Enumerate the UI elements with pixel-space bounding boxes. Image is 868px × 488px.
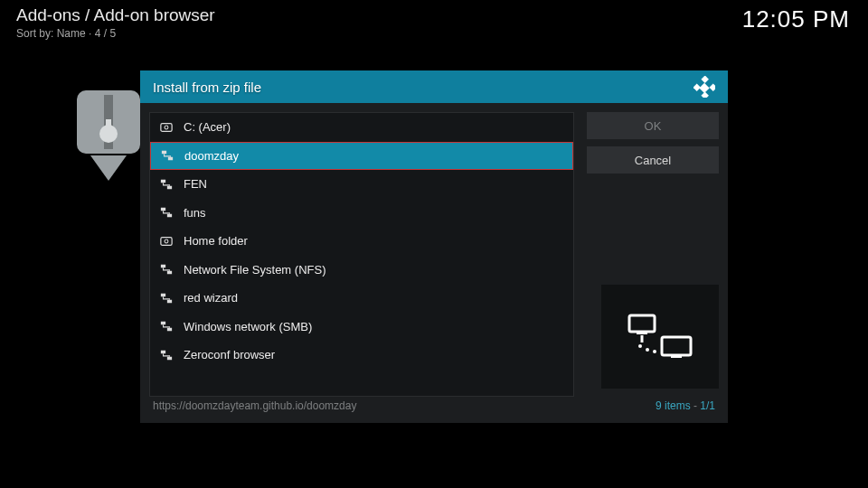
svg-point-18 xyxy=(165,239,168,243)
file-row[interactable]: doomzday xyxy=(150,142,573,171)
svg-rect-30 xyxy=(671,355,682,358)
dialog-title: Install from zip file xyxy=(153,80,261,95)
preview-thumbnail xyxy=(601,285,719,389)
svg-rect-25 xyxy=(161,351,165,354)
svg-rect-27 xyxy=(629,315,655,332)
sort-index: 4 / 5 xyxy=(95,27,116,40)
svg-rect-7 xyxy=(709,83,715,90)
cancel-button[interactable]: Cancel xyxy=(587,146,719,174)
svg-rect-17 xyxy=(161,237,172,245)
svg-rect-23 xyxy=(161,322,165,325)
file-row[interactable]: C: (Acer) xyxy=(150,113,573,142)
svg-rect-6 xyxy=(693,83,701,90)
file-label: Home folder xyxy=(184,234,564,248)
svg-rect-5 xyxy=(701,91,708,98)
svg-rect-22 xyxy=(167,300,172,304)
file-label: FEN xyxy=(184,177,564,191)
footer-count-page: 9 items - 1/1 xyxy=(656,399,715,412)
install-zip-dialog: Install from zip file C: (Acer)doomzdayF… xyxy=(140,70,728,423)
file-label: Windows network (SMB) xyxy=(184,320,564,333)
svg-rect-3 xyxy=(106,119,111,134)
file-label: C: (Acer) xyxy=(184,120,564,134)
network-icon xyxy=(159,319,174,333)
file-label: doomzday xyxy=(184,149,563,163)
network-icon xyxy=(159,348,174,362)
zip-install-icon xyxy=(77,90,140,181)
svg-rect-20 xyxy=(167,271,172,275)
file-row[interactable]: FEN xyxy=(150,170,573,199)
svg-point-33 xyxy=(653,350,656,353)
network-icon xyxy=(159,177,174,192)
svg-rect-14 xyxy=(167,186,172,190)
network-icon xyxy=(159,262,174,277)
file-row[interactable]: Windows network (SMB) xyxy=(150,313,573,342)
drive-icon xyxy=(159,120,174,135)
file-label: Network File System (NFS) xyxy=(184,263,564,277)
file-label: Zeroconf browser xyxy=(184,348,564,361)
svg-rect-19 xyxy=(161,265,165,268)
file-label: funs xyxy=(184,206,564,220)
network-icon xyxy=(159,205,174,220)
sort-line: Sort by: Name · 4 / 5 xyxy=(16,27,852,40)
file-list[interactable]: C: (Acer)doomzdayFENfunsHome folderNetwo… xyxy=(149,112,574,397)
breadcrumb: Add-ons / Add-on browser xyxy=(16,5,852,25)
svg-rect-28 xyxy=(637,332,647,334)
kodi-logo-icon xyxy=(693,76,715,98)
sort-label: Sort by: Name xyxy=(16,27,86,40)
file-row[interactable]: funs xyxy=(150,199,573,228)
svg-rect-13 xyxy=(161,180,165,183)
file-row[interactable]: Zeroconf browser xyxy=(150,341,573,370)
footer-path: https://doomzdayteam.github.io/doomzday xyxy=(153,399,356,412)
file-row[interactable]: red wizard xyxy=(150,284,573,313)
breadcrumb-bar: Add-ons / Add-on browser Sort by: Name ·… xyxy=(16,5,852,40)
svg-rect-12 xyxy=(168,157,173,161)
dialog-header: Install from zip file xyxy=(140,70,728,103)
svg-point-31 xyxy=(638,344,642,348)
svg-rect-11 xyxy=(162,151,166,155)
svg-rect-4 xyxy=(701,76,708,83)
file-label: red wizard xyxy=(184,291,564,305)
drive-icon xyxy=(159,234,174,249)
network-icon xyxy=(160,148,175,163)
svg-rect-9 xyxy=(161,123,172,131)
svg-rect-15 xyxy=(161,208,165,211)
svg-rect-16 xyxy=(167,214,172,218)
svg-rect-8 xyxy=(699,83,709,93)
svg-rect-29 xyxy=(662,337,691,355)
svg-point-10 xyxy=(165,126,168,129)
file-row[interactable]: Network File System (NFS) xyxy=(150,256,573,285)
svg-rect-26 xyxy=(167,357,172,361)
svg-point-32 xyxy=(646,348,649,352)
clock: 12:05 PM xyxy=(742,5,850,33)
svg-rect-21 xyxy=(161,294,165,297)
network-icon xyxy=(159,291,174,305)
file-row[interactable]: Home folder xyxy=(150,227,573,256)
ok-button[interactable]: OK xyxy=(587,112,719,139)
svg-rect-24 xyxy=(167,328,172,332)
